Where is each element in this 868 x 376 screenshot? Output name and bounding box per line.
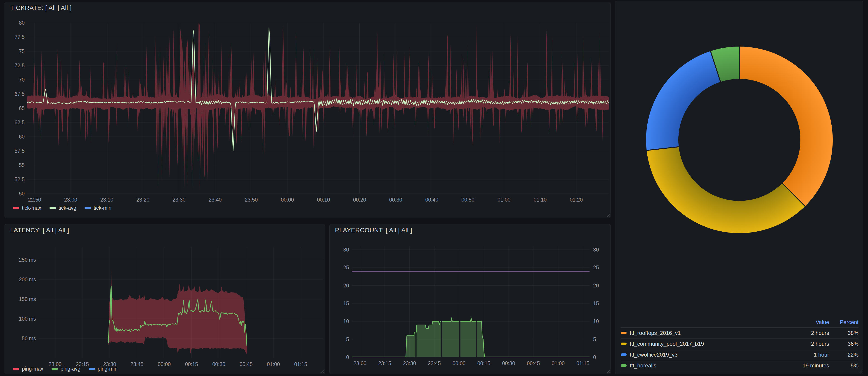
y-axis-label-right: 25 bbox=[593, 264, 599, 271]
legend-series-chip bbox=[52, 368, 58, 370]
panel-resize-handle[interactable] bbox=[606, 369, 610, 373]
y-axis-label: 55 bbox=[6, 162, 25, 168]
x-axis-label: 00:00 bbox=[453, 361, 466, 367]
map-name-cell: ttt_rooftops_2016_v1 bbox=[621, 330, 788, 336]
x-axis-label: 01:00 bbox=[552, 361, 565, 367]
players-line-segment bbox=[460, 318, 476, 321]
panel-tickrate: TICKRATE: [ All | All ] 22:5023:0023:102… bbox=[4, 2, 611, 218]
latency-legend: ping-maxping-avgping-min bbox=[13, 366, 126, 372]
x-axis-label: 00:30 bbox=[502, 361, 515, 367]
value-cell: 19 minutes bbox=[788, 363, 829, 369]
percent-cell: 22% bbox=[829, 352, 859, 358]
y-axis-label: 50 ms bbox=[11, 336, 36, 342]
x-axis-label: 23:50 bbox=[245, 197, 258, 203]
y-axis-label-right: 30 bbox=[593, 247, 599, 253]
column-header-percent[interactable]: Percent bbox=[829, 319, 859, 325]
series-color-pill bbox=[621, 332, 627, 334]
legend-series-chip bbox=[50, 207, 56, 209]
x-axis-label: 00:15 bbox=[185, 361, 198, 368]
donut-slice-ttt_rooftops_2016_v1[interactable] bbox=[739, 46, 833, 207]
y-axis-label: 62.5 bbox=[6, 120, 25, 126]
donut-slice-ttt_cwoffice2019_v3[interactable] bbox=[646, 51, 721, 151]
table-row-ttt_borealis[interactable]: ttt_borealis19 minutes5% bbox=[621, 360, 859, 371]
x-axis-label: 23:15 bbox=[378, 361, 391, 367]
legend-item-ping-max[interactable]: ping-max bbox=[13, 366, 43, 372]
y-axis-label: 67.5 bbox=[6, 91, 25, 97]
legend-series-chip bbox=[13, 368, 19, 370]
panel-map-playtime: ValuePercentttt_rooftops_2016_v12 hours3… bbox=[615, 1, 863, 374]
legend-item-ping-min[interactable]: ping-min bbox=[89, 366, 118, 372]
column-header-value[interactable]: Value bbox=[788, 319, 829, 325]
y-axis-label: 70 bbox=[6, 77, 25, 83]
x-axis-label: 01:20 bbox=[569, 197, 583, 203]
table-row-ttt_rooftops_2016_v1[interactable]: ttt_rooftops_2016_v12 hours38% bbox=[621, 327, 859, 339]
map-playtime-donut bbox=[615, 1, 864, 304]
legend-series-label: ping-max bbox=[22, 366, 43, 372]
panel-resize-handle[interactable] bbox=[320, 369, 324, 373]
map-name-label: ttt_cwoffice2019_v3 bbox=[630, 352, 678, 358]
y-axis-label: 250 ms bbox=[11, 257, 36, 263]
value-cell: 2 hours bbox=[788, 341, 829, 347]
x-axis-label: 23:40 bbox=[209, 197, 222, 203]
map-name-cell: ttt_community_pool_2017_b19 bbox=[621, 341, 788, 347]
panel-title-playercount[interactable]: PLAYERCOUNT: [ All | All ] bbox=[335, 227, 605, 234]
panel-title-tickrate[interactable]: TICKRATE: [ All | All ] bbox=[10, 4, 605, 11]
x-axis-label: 00:20 bbox=[353, 197, 366, 203]
playercount-plot-area bbox=[352, 246, 590, 357]
x-axis-label: 01:00 bbox=[498, 197, 510, 203]
map-name-label: ttt_community_pool_2017_b19 bbox=[630, 341, 704, 347]
players-area-segment bbox=[442, 318, 459, 357]
panel-resize-handle[interactable] bbox=[606, 213, 610, 217]
y-axis-label: 80 bbox=[6, 20, 25, 26]
percent-cell: 38% bbox=[829, 330, 859, 336]
x-axis-label: 00:30 bbox=[212, 361, 225, 368]
table-row-ttt_cwoffice2019_v3[interactable]: ttt_cwoffice2019_v31 hour22% bbox=[621, 349, 859, 360]
legend-item-tick-avg[interactable]: tick-avg bbox=[50, 205, 76, 211]
y-axis-label-right: 15 bbox=[593, 300, 599, 306]
x-axis-label: 01:15 bbox=[294, 361, 307, 368]
legend-series-label: tick-min bbox=[94, 205, 112, 211]
legend-series-label: tick-avg bbox=[59, 205, 76, 211]
panel-title-latency[interactable]: LATENCY: [ All | All ] bbox=[10, 227, 319, 234]
y-axis-label: 15 bbox=[336, 300, 349, 306]
x-axis-label: 23:30 bbox=[403, 361, 416, 367]
legend-item-ping-avg[interactable]: ping-avg bbox=[52, 366, 81, 372]
y-axis-label: 200 ms bbox=[11, 277, 36, 283]
y-axis-label: 150 ms bbox=[11, 296, 36, 302]
x-axis-label: 00:10 bbox=[317, 197, 330, 203]
map-playtime-legend-table: ValuePercentttt_rooftops_2016_v12 hours3… bbox=[621, 317, 859, 371]
x-axis-label: 23:45 bbox=[130, 361, 144, 368]
panel-resize-handle[interactable] bbox=[858, 369, 862, 373]
players-line-segment bbox=[442, 318, 459, 321]
donut-slice-ttt_community_pool_2017_b19[interactable] bbox=[646, 147, 805, 233]
x-axis-label: 23:30 bbox=[173, 197, 186, 203]
x-axis-label: 00:45 bbox=[240, 361, 253, 368]
y-axis-label: 77.5 bbox=[6, 34, 25, 40]
players-area-segment bbox=[460, 318, 476, 357]
table-row-ttt_community_pool_2017_b19[interactable]: ttt_community_pool_2017_b192 hours36% bbox=[621, 339, 859, 349]
y-axis-label-right: 0 bbox=[593, 354, 596, 361]
x-axis-label: 00:30 bbox=[389, 197, 402, 203]
x-axis-label: 01:00 bbox=[267, 361, 280, 368]
y-axis-label: 5 bbox=[336, 336, 349, 342]
series-color-pill bbox=[621, 364, 627, 367]
legend-series-chip bbox=[89, 368, 95, 370]
x-axis-label: 01:15 bbox=[577, 361, 590, 367]
percent-cell: 5% bbox=[829, 363, 859, 369]
y-axis-label: 25 bbox=[336, 264, 349, 271]
y-axis-label-right: 20 bbox=[593, 282, 599, 288]
x-axis-label: 01:10 bbox=[534, 197, 547, 203]
legend-item-tick-max[interactable]: tick-max bbox=[13, 205, 41, 211]
y-axis-label: 100 ms bbox=[11, 316, 36, 322]
legend-series-label: tick-max bbox=[22, 205, 41, 211]
tickrate-legend: tick-maxtick-avgtick-min bbox=[13, 205, 120, 211]
x-axis-label: 23:10 bbox=[100, 197, 114, 203]
panel-playercount: PLAYERCOUNT: [ All | All ] 23:0023:1523:… bbox=[329, 224, 611, 374]
x-axis-label: 00:00 bbox=[281, 197, 294, 203]
latency-minmax-band bbox=[108, 270, 247, 354]
tickrate-plot-area bbox=[27, 23, 609, 194]
legend-item-tick-min[interactable]: tick-min bbox=[85, 205, 112, 211]
y-axis-label: 60 bbox=[6, 134, 25, 140]
latency-plot-area bbox=[39, 247, 322, 358]
legend-series-label: ping-avg bbox=[61, 366, 81, 372]
